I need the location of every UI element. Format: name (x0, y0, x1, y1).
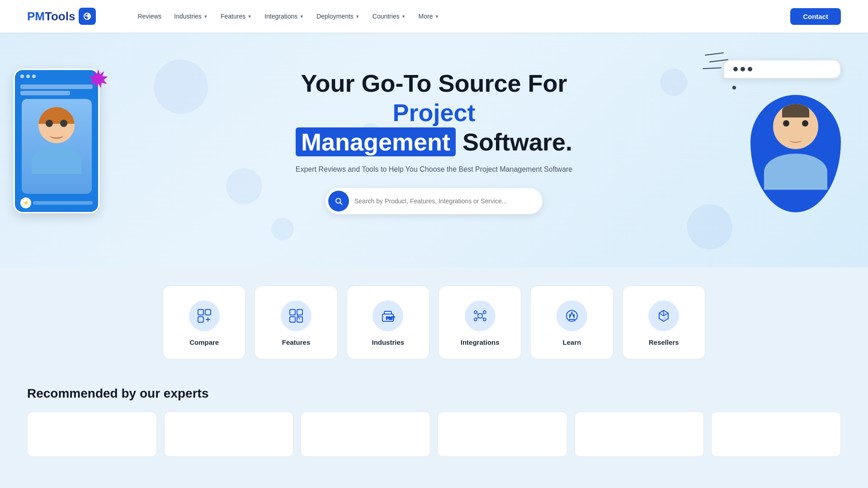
cat-card-features[interactable]: Features (255, 286, 337, 359)
hero-headline-highlight: Management (296, 127, 456, 156)
svg-rect-10 (290, 310, 295, 315)
nav-item-more[interactable]: More ▼ (413, 9, 445, 23)
rec-card-5[interactable] (575, 412, 704, 457)
nav-link-countries[interactable]: Countries ▼ (367, 9, 411, 23)
nav-link-deployments[interactable]: Deployments ▼ (311, 9, 365, 23)
svg-point-18 (474, 311, 477, 314)
hero-right-card (723, 60, 841, 212)
learn-icon (564, 308, 580, 324)
svg-rect-7 (198, 317, 203, 322)
card-bar-short (20, 91, 70, 95)
search-bar (326, 188, 542, 214)
rec-card-4[interactable] (438, 412, 567, 457)
hero-headline-part1: Your Go-To Source For (301, 70, 567, 97)
hero-subtext: Expert Reviews and Tools to Help You Cho… (262, 165, 606, 174)
hero-headline-blue: Project (392, 99, 475, 126)
logo-icon (79, 8, 96, 25)
nav-item-features[interactable]: Features ▼ (215, 9, 257, 23)
cat-label-resellers: Resellers (649, 338, 679, 346)
learn-icon-wrap (557, 300, 587, 331)
hero-headline-part3: Software. (456, 128, 572, 155)
svg-point-20 (474, 318, 477, 321)
card-bar (20, 84, 93, 89)
features-icon (288, 308, 304, 324)
cat-label-industries: Industries (372, 338, 404, 346)
logo-text: PMTools (27, 9, 75, 23)
rec-card-6[interactable] (711, 412, 841, 457)
rec-card-2[interactable] (164, 412, 294, 457)
resellers-icon-wrap (648, 300, 679, 331)
svg-line-4 (340, 203, 342, 205)
svg-line-1 (710, 60, 728, 62)
industries-icon: PMT (380, 308, 396, 324)
chevron-down-icon: ▼ (299, 14, 304, 19)
svg-line-2 (703, 68, 721, 69)
nav-item-reviews[interactable]: Reviews (132, 9, 167, 23)
integrations-icon-wrap (465, 300, 495, 331)
cat-card-learn[interactable]: Learn (530, 286, 613, 359)
hero-avatar-left (22, 99, 92, 194)
rec-card-3[interactable] (301, 412, 430, 457)
categories-grid: Compare Features PMT (163, 286, 705, 359)
features-icon-wrap (281, 300, 311, 331)
nav-link-features[interactable]: Features ▼ (215, 9, 257, 23)
cat-label-integrations: Integrations (461, 338, 500, 346)
svg-point-21 (483, 318, 486, 321)
cat-card-integrations[interactable]: Integrations (439, 286, 521, 359)
search-input[interactable] (349, 197, 533, 205)
contact-button[interactable]: Contact (790, 8, 841, 25)
recommended-title: Recommended by our experts (27, 386, 841, 401)
integrations-icon (472, 308, 488, 324)
nav-link-integrations[interactable]: Integrations ▼ (259, 9, 309, 23)
cat-card-industries[interactable]: PMT Industries (347, 286, 429, 359)
svg-rect-6 (205, 310, 211, 315)
logo[interactable]: PMTools (27, 8, 96, 25)
lines-decoration (696, 51, 732, 80)
cat-label-learn: Learn (563, 338, 581, 346)
categories-section: Compare Features PMT (0, 267, 868, 368)
nav-item-integrations[interactable]: Integrations ▼ (259, 9, 309, 23)
hero-content: Your Go-To Source For Project Management… (262, 60, 606, 214)
chevron-down-icon: ▼ (435, 14, 439, 19)
bubble-dot (732, 86, 736, 89)
nav-link-more[interactable]: More ▼ (413, 9, 445, 23)
search-icon (335, 197, 343, 205)
industries-icon-wrap: PMT (373, 300, 403, 331)
cat-label-compare: Compare (189, 338, 219, 346)
nav-link-reviews[interactable]: Reviews (132, 9, 167, 23)
nav-item-deployments[interactable]: Deployments ▼ (311, 9, 365, 23)
navbar: PMTools Reviews Industries ▼ Features ▼ (0, 0, 868, 33)
nav-list: Reviews Industries ▼ Features ▼ Integrat… (132, 9, 790, 23)
svg-rect-5 (198, 310, 203, 315)
recommended-grid (27, 412, 841, 457)
chat-bubble (723, 60, 841, 79)
search-button[interactable] (328, 191, 349, 211)
chevron-down-icon: ▼ (401, 14, 406, 19)
recommended-section: Recommended by our experts (0, 368, 868, 466)
resellers-icon (656, 308, 672, 324)
cat-card-compare[interactable]: Compare (163, 286, 245, 359)
svg-rect-12 (290, 317, 295, 322)
chevron-down-icon: ▼ (247, 14, 252, 19)
hero-section: ⚡ (0, 33, 868, 267)
nav-link-industries[interactable]: Industries ▼ (169, 9, 213, 23)
rec-card-1[interactable] (27, 412, 157, 457)
nav-item-industries[interactable]: Industries ▼ (169, 9, 213, 23)
svg-point-19 (483, 311, 486, 314)
compare-icon-wrap (189, 300, 220, 331)
starburst-decoration (86, 69, 111, 94)
cat-label-features: Features (282, 338, 311, 346)
compare-icon (196, 308, 212, 324)
svg-line-0 (705, 53, 723, 55)
chevron-down-icon: ▼ (355, 14, 360, 19)
svg-rect-11 (297, 310, 302, 315)
hero-headline: Your Go-To Source For Project Management… (262, 69, 606, 156)
hero-avatar-right (750, 95, 841, 212)
card-action-row: ⚡ (20, 197, 93, 208)
chevron-down-icon: ▼ (203, 14, 208, 19)
cat-card-resellers[interactable]: Resellers (623, 286, 705, 359)
svg-text:PMT: PMT (386, 316, 395, 320)
nav-item-countries[interactable]: Countries ▼ (367, 9, 411, 23)
